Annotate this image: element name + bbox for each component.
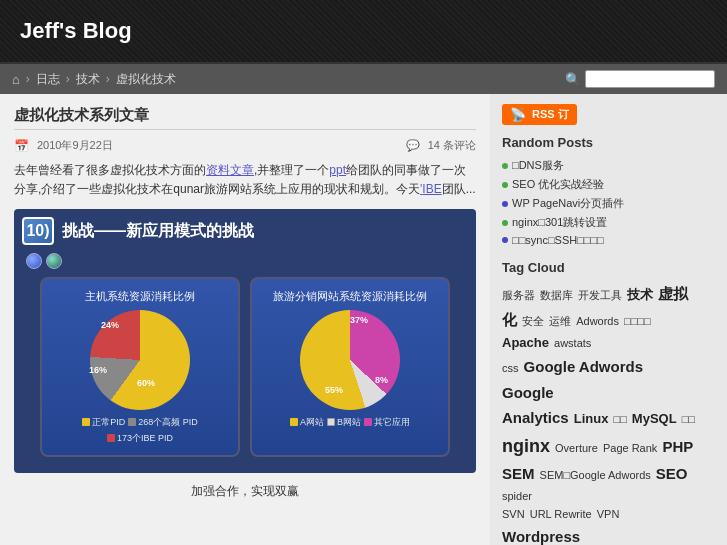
legend-item-b: B网站 bbox=[327, 416, 361, 429]
tag[interactable]: Wordpress bbox=[502, 528, 580, 545]
search-area: 🔍 bbox=[565, 70, 715, 88]
bullet-dot bbox=[502, 182, 508, 188]
tag[interactable]: 数据库 bbox=[540, 289, 573, 301]
excerpt-link-2[interactable]: 文章 bbox=[230, 163, 254, 177]
tag[interactable]: Google Adwords bbox=[524, 358, 643, 375]
tag[interactable]: SVN bbox=[502, 508, 525, 520]
tag[interactable]: 运维 bbox=[549, 315, 571, 327]
tag[interactable]: Google bbox=[502, 384, 554, 401]
breadcrumb: ⌂ › 日志 › 技术 › 虚拟化技术 bbox=[12, 71, 176, 88]
legend-item-1: 正常PID bbox=[82, 416, 125, 429]
breadcrumb-item-2[interactable]: 技术 bbox=[76, 71, 100, 88]
tag[interactable]: Linux bbox=[574, 411, 609, 426]
post-title-link[interactable]: 虚拟化技术系列文章 bbox=[14, 106, 149, 123]
chart-2-legend: A网站 B网站 其它应用 bbox=[262, 416, 438, 429]
tag-cloud-title: Tag Cloud bbox=[502, 260, 698, 275]
tag[interactable]: PHP bbox=[662, 438, 693, 455]
tag[interactable]: awstats bbox=[554, 337, 591, 349]
breadcrumb-item-3[interactable]: 虚拟化技术 bbox=[116, 71, 176, 88]
slide-number: 10) bbox=[22, 217, 54, 245]
breadcrumb-item-1[interactable]: 日志 bbox=[36, 71, 60, 88]
chart-2: 旅游分销网站系统资源消耗比例 55% 8% 37% A网站 bbox=[250, 277, 450, 456]
chart-1-title: 主机系统资源消耗比例 bbox=[52, 289, 228, 303]
legend-item-2: 268个高频 PID bbox=[128, 416, 198, 429]
search-input[interactable] bbox=[585, 70, 715, 88]
tag[interactable]: □□ bbox=[682, 413, 695, 425]
post-caption: 加强合作，实现双赢 bbox=[14, 483, 476, 500]
list-item: □DNS服务 bbox=[502, 156, 698, 175]
legend-item-c: 其它应用 bbox=[364, 416, 410, 429]
tag[interactable]: 开发工具 bbox=[578, 289, 622, 301]
comment-icon: 💬 bbox=[406, 139, 420, 152]
tag[interactable]: Analytics bbox=[502, 409, 569, 426]
tag[interactable]: Page Rank bbox=[603, 442, 657, 454]
tag[interactable]: 服务器 bbox=[502, 289, 535, 301]
excerpt-link-5[interactable]: IBE bbox=[422, 182, 441, 196]
chart-1: 主机系统资源消耗比例 60% 16% 24% 正常PID bbox=[40, 277, 240, 456]
site-title: Jeff's Blog bbox=[20, 18, 707, 44]
tag[interactable]: Apache bbox=[502, 335, 549, 350]
content-area: 虚拟化技术系列文章 📅 2010年9月22日 💬 14 条评论 去年曾经看了很多… bbox=[0, 94, 490, 545]
post-comments[interactable]: 14 条评论 bbox=[428, 138, 476, 153]
post-meta: 📅 2010年9月22日 💬 14 条评论 bbox=[14, 138, 476, 153]
legend-label-a: A网站 bbox=[300, 416, 324, 429]
slide-title-text: 挑战——新应用模式的挑战 bbox=[62, 221, 254, 242]
navbar: ⌂ › 日志 › 技术 › 虚拟化技术 🔍 bbox=[0, 64, 727, 94]
tag[interactable]: MySQL bbox=[632, 411, 677, 426]
home-icon[interactable]: ⌂ bbox=[12, 72, 20, 87]
excerpt-link-1[interactable]: 资料 bbox=[206, 163, 230, 177]
legend-label-b: B网站 bbox=[337, 416, 361, 429]
tag[interactable]: 技术 bbox=[627, 287, 653, 302]
tag[interactable]: □□□□ bbox=[624, 315, 651, 327]
site-header: Jeff's Blog bbox=[0, 0, 727, 64]
tag[interactable]: SEM□Google Adwords bbox=[540, 469, 651, 481]
random-post-link[interactable]: □□sync□SSH□□□□ bbox=[512, 234, 604, 246]
random-posts-title: Random Posts bbox=[502, 135, 698, 150]
chart-1-pie: 60% 16% 24% bbox=[85, 310, 195, 410]
random-post-link[interactable]: nginx□301跳转设置 bbox=[512, 215, 607, 230]
circle-blue bbox=[26, 253, 42, 269]
slide-title-bar: 10) 挑战——新应用模式的挑战 bbox=[22, 217, 468, 245]
legend-item-a: A网站 bbox=[290, 416, 324, 429]
tag-cloud: 服务器 数据库 开发工具 技术 虚拟化 安全 运维 Adwords □□□□ A… bbox=[502, 281, 698, 545]
random-posts-section: Random Posts □DNS服务 SEO 优化实战经验 WP PageNa… bbox=[502, 135, 698, 248]
tag[interactable]: URL Rewrite bbox=[530, 508, 592, 520]
tag[interactable]: spider bbox=[502, 490, 532, 502]
tag[interactable]: VPN bbox=[597, 508, 620, 520]
tag[interactable]: 安全 bbox=[522, 315, 544, 327]
legend-label-c: 其它应用 bbox=[374, 416, 410, 429]
list-item: nginx□301跳转设置 bbox=[502, 213, 698, 232]
list-item: □□sync□SSH□□□□ bbox=[502, 232, 698, 248]
bullet-dot bbox=[502, 237, 508, 243]
post-title: 虚拟化技术系列文章 bbox=[14, 106, 476, 130]
search-icon: 🔍 bbox=[565, 72, 581, 87]
post-date: 2010年9月22日 bbox=[37, 138, 113, 153]
tag[interactable]: Overture bbox=[555, 442, 598, 454]
excerpt-link-3[interactable]: ppt bbox=[329, 163, 346, 177]
rss-label: RSS 订 bbox=[532, 107, 569, 122]
tag[interactable]: SEM bbox=[502, 465, 535, 482]
main-layout: 虚拟化技术系列文章 📅 2010年9月22日 💬 14 条评论 去年曾经看了很多… bbox=[0, 94, 727, 545]
tag[interactable]: □□ bbox=[614, 413, 627, 425]
sidebar: 📡 RSS 订 Random Posts □DNS服务 SEO 优化实战经验 W… bbox=[490, 94, 710, 545]
legend-item-3: 173个IBE PID bbox=[107, 432, 173, 445]
rss-icon: 📡 bbox=[510, 107, 526, 122]
random-post-link[interactable]: WP PageNavi分页插件 bbox=[512, 196, 624, 211]
charts-container: 主机系统资源消耗比例 60% 16% 24% 正常PID bbox=[22, 277, 468, 456]
random-post-link[interactable]: □DNS服务 bbox=[512, 158, 564, 173]
random-post-link[interactable]: SEO 优化实战经验 bbox=[512, 177, 604, 192]
list-item: SEO 优化实战经验 bbox=[502, 175, 698, 194]
tag-cloud-section: Tag Cloud 服务器 数据库 开发工具 技术 虚拟化 安全 运维 Adwo… bbox=[502, 260, 698, 545]
chart-2-pie: 55% 8% 37% bbox=[295, 310, 405, 410]
random-posts-list: □DNS服务 SEO 优化实战经验 WP PageNavi分页插件 nginx□… bbox=[502, 156, 698, 248]
tag[interactable]: Adwords bbox=[576, 315, 619, 327]
chart-1-legend: 正常PID 268个高频 PID 173个IBE PID bbox=[52, 416, 228, 445]
legend-label-2: 268个高频 PID bbox=[138, 416, 198, 429]
calendar-icon: 📅 bbox=[14, 139, 29, 153]
chart-2-title: 旅游分销网站系统资源消耗比例 bbox=[262, 289, 438, 303]
tag[interactable]: SEO bbox=[656, 465, 688, 482]
rss-bar[interactable]: 📡 RSS 订 bbox=[502, 104, 577, 125]
tag[interactable]: nginx bbox=[502, 436, 550, 456]
tag[interactable]: css bbox=[502, 362, 519, 374]
legend-label-1: 正常PID bbox=[92, 416, 125, 429]
